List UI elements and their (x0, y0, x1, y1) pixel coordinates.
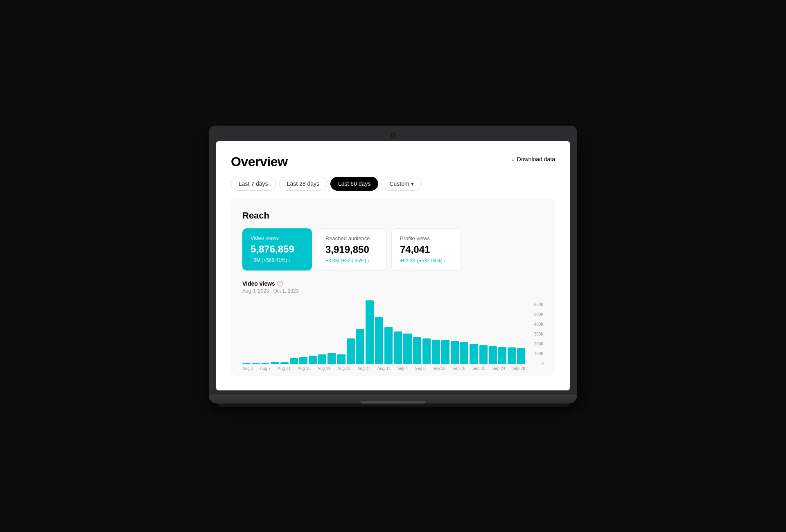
chart-bar (375, 317, 383, 363)
laptop-base (209, 394, 577, 404)
chart-bar (261, 363, 269, 364)
metric-value-reached-audience: 3,919,850 (325, 244, 378, 255)
x-axis: Aug 3Aug 7Aug 11Aug 15Aug 19Aug 23Aug 27… (242, 366, 525, 371)
x-axis-label: Aug 23 (337, 366, 350, 371)
y-axis-label: 300K (534, 332, 544, 336)
x-axis-label: Sep 12 (432, 366, 445, 371)
chart-bar (489, 346, 497, 363)
chevron-down-icon: ▾ (411, 180, 414, 187)
chart-bar (422, 338, 431, 364)
chart-bar (384, 327, 393, 364)
chart-bar (403, 334, 411, 363)
chart-bar (299, 357, 307, 363)
chart-bar (460, 342, 468, 363)
chart-bar (356, 329, 364, 364)
metric-value-video-views: 5,876,859 (251, 243, 304, 255)
chart-bar (451, 341, 459, 363)
filter-last60[interactable]: Last 60 days (330, 177, 378, 191)
chart-bar (290, 358, 298, 363)
y-axis-label: 200K (534, 342, 544, 346)
chart-bar (318, 354, 326, 364)
filter-last28[interactable]: Last 28 days (279, 177, 327, 191)
laptop-foot (217, 404, 569, 407)
chart-bar (441, 340, 449, 363)
metric-change-profile-views: +62.3K (+532.94%) ↑ (400, 258, 452, 264)
chart-bar (413, 337, 421, 363)
chart-date-range: Aug 3, 2023 - Oct 1, 2023 (242, 288, 544, 294)
reach-card: Reach Video views 5,876,859 +5M (+568.41… (231, 199, 555, 376)
x-axis-label: Aug 31 (377, 366, 391, 371)
metric-profile-views[interactable]: Profile views 74,041 +62.3K (+532.94%) ↑ (391, 228, 461, 271)
metric-video-views[interactable]: Video views 5,876,859 +5M (+568.41%) ↑ (242, 228, 312, 271)
metric-value-profile-views: 74,041 (400, 244, 452, 255)
x-axis-label: Sep 24 (492, 366, 505, 371)
metric-change-reached-audience: +3.3M (+520.95%) ↑ (325, 258, 378, 264)
page-title: Overview (231, 154, 287, 169)
chart-bars (242, 300, 525, 364)
chart-bar (252, 363, 260, 364)
x-axis-label: Aug 11 (278, 366, 291, 371)
arrow-up-icon-0: ↑ (288, 258, 291, 263)
metric-reached-audience[interactable]: Reached audience 3,919,850 +3.3M (+520.9… (317, 228, 386, 271)
page-header: Overview ↓ Download data (231, 154, 555, 169)
x-axis-label: Sep 16 (452, 366, 465, 371)
x-axis-label: Aug 27 (357, 366, 370, 371)
y-axis: 600K500K400K300K200K100K0 (525, 302, 544, 366)
chart-bar (242, 363, 251, 364)
screen: Overview ↓ Download data Last 7 days Las… (216, 141, 570, 390)
y-axis-label: 600K (534, 302, 544, 307)
chart-title-row: Video views i (242, 280, 544, 287)
arrow-up-icon-1: ↑ (367, 258, 370, 263)
laptop-wrapper: Overview ↓ Download data Last 7 days Las… (209, 126, 577, 407)
chart-bar (517, 348, 525, 364)
chart-main: Aug 3Aug 7Aug 11Aug 15Aug 19Aug 23Aug 27… (242, 300, 525, 366)
laptop-bezel: Overview ↓ Download data Last 7 days Las… (209, 126, 577, 394)
chart-bar (271, 362, 279, 363)
filter-last7[interactable]: Last 7 days (231, 177, 276, 191)
x-axis-label: Sep 4 (397, 366, 408, 371)
chart-bar (280, 362, 289, 363)
filter-bar: Last 7 days Last 28 days Last 60 days Cu… (231, 177, 555, 191)
chart-bar (479, 345, 488, 364)
y-axis-label: 100K (534, 352, 544, 356)
chart-bar (508, 347, 516, 363)
metrics-row: Video views 5,876,859 +5M (+568.41%) ↑ R… (242, 228, 544, 271)
chart-bar (394, 331, 402, 363)
filter-custom[interactable]: Custom ▾ (382, 177, 421, 191)
x-axis-label: Sep 8 (415, 366, 425, 371)
camera-notch (391, 133, 395, 138)
metric-label-profile-views: Profile views (400, 235, 452, 241)
x-axis-label: Aug 7 (260, 366, 271, 371)
y-axis-label: 500K (534, 312, 544, 317)
chart-title: Video views (242, 280, 275, 287)
arrow-up-icon-2: ↑ (444, 258, 446, 263)
chart-bar (337, 354, 345, 364)
y-axis-label: 0 (541, 361, 544, 366)
x-axis-label: Sep 20 (472, 366, 486, 371)
x-axis-label: Aug 15 (298, 366, 311, 371)
metric-change-video-views: +5M (+568.41%) ↑ (251, 257, 304, 263)
x-axis-label: Aug 3 (242, 366, 253, 371)
chart-bar (366, 300, 374, 364)
chart-bar (347, 338, 355, 364)
x-axis-label: Aug 19 (318, 366, 331, 371)
reach-section-title: Reach (242, 210, 544, 221)
chart-area: Aug 3Aug 7Aug 11Aug 15Aug 19Aug 23Aug 27… (242, 300, 544, 366)
info-icon[interactable]: i (277, 281, 283, 286)
chart-bar (470, 344, 478, 364)
y-axis-label: 400K (534, 322, 544, 327)
chart-bar (328, 353, 336, 363)
chart-bar (309, 356, 317, 364)
chart-bar (432, 340, 440, 364)
x-axis-label: Sep 28 (512, 366, 525, 371)
metric-label-video-views: Video views (251, 235, 304, 241)
download-button[interactable]: ↓ Download data (512, 154, 555, 164)
chart-section: Video views i Aug 3, 2023 - Oct 1, 2023 … (242, 280, 544, 366)
metric-label-reached-audience: Reached audience (325, 235, 378, 241)
chart-bar (498, 347, 506, 364)
download-label: Download data (517, 156, 555, 162)
download-icon: ↓ (512, 156, 515, 162)
